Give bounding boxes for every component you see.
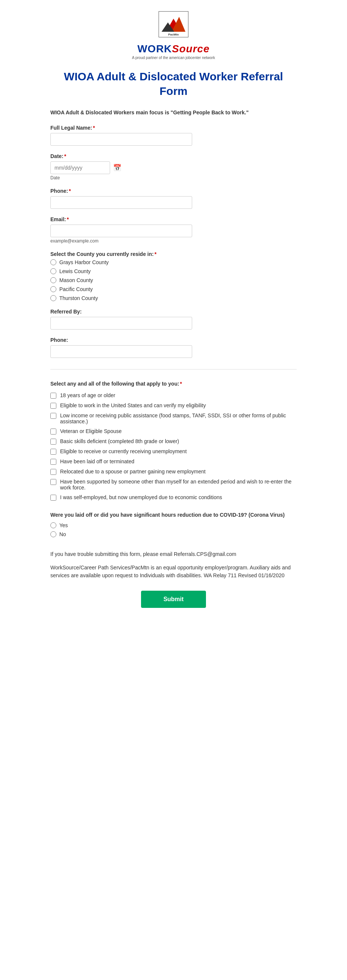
svg-text:PacMtn: PacMtn	[168, 33, 179, 36]
county-section: Select the County you currently reside i…	[51, 251, 296, 301]
required-star-date: *	[64, 153, 66, 159]
checkbox-label-0: 18 years of age or older	[60, 392, 115, 398]
covid-radio-1[interactable]	[51, 531, 56, 537]
checkbox-label-1: Eligible to work in the United States an…	[60, 402, 206, 408]
checkbox-label-4: Basic skills deficient (completed 8th gr…	[60, 438, 179, 444]
checkboxes-section: Select any and all of the following that…	[51, 381, 296, 501]
covid-radio-0[interactable]	[51, 522, 56, 528]
checkboxes-title: Select any and all of the following that…	[51, 381, 296, 387]
checkbox-6[interactable]	[51, 459, 56, 465]
county-option-label-3: Pacific County	[59, 286, 92, 292]
worksource-logo: WORKSource A proud partner of the americ…	[132, 43, 215, 60]
covid-option-1[interactable]: No	[51, 531, 296, 537]
checkbox-1[interactable]	[51, 403, 56, 409]
date-label: Date:*	[51, 153, 296, 159]
checkbox-label-8: Have been supported by someone other tha…	[60, 479, 296, 490]
pacmtn-logo: PacMtn	[158, 11, 189, 37]
phone-section: Phone:*	[51, 188, 296, 209]
checkbox-option-1[interactable]: Eligible to work in the United States an…	[51, 402, 296, 409]
checkbox-label-7: Relocated due to a spouse or partner gai…	[60, 469, 206, 474]
date-input[interactable]	[51, 161, 110, 174]
footer-trouble-note: If you have trouble submitting this form…	[51, 550, 296, 558]
date-hint: Date	[51, 175, 296, 180]
checkbox-label-6: Have been laid off or terminated	[60, 458, 134, 465]
referred-phone-section: Phone:	[51, 337, 296, 358]
full-name-section: Full Legal Name:*	[51, 125, 296, 146]
phone-input[interactable]	[51, 196, 192, 209]
email-input[interactable]	[51, 224, 192, 237]
source-text: Source	[172, 43, 210, 54]
county-radio-3[interactable]	[51, 286, 56, 292]
date-wrapper: 📅	[51, 161, 296, 174]
referred-by-input[interactable]	[51, 317, 192, 329]
covid-option-label-1: No	[59, 531, 66, 537]
work-text: WORK	[137, 43, 172, 54]
county-option-label-1: Lewis County	[59, 268, 91, 274]
checkbox-label-3: Veteran or Eligible Spouse	[60, 428, 122, 434]
county-radio-1[interactable]	[51, 268, 56, 274]
county-option-1[interactable]: Lewis County	[51, 268, 296, 274]
county-radio-4[interactable]	[51, 295, 56, 301]
footer-legal-text: WorkSource/Career Path Services/PacMtn i…	[51, 564, 296, 579]
required-star: *	[93, 125, 95, 131]
required-star-email: *	[67, 216, 69, 222]
checkbox-7[interactable]	[51, 469, 56, 475]
required-star-checkboxes: *	[180, 381, 182, 387]
form-intro: WIOA Adult & Dislocated Workers main foc…	[51, 110, 296, 115]
full-name-input[interactable]	[51, 133, 192, 146]
covid-option-0[interactable]: Yes	[51, 522, 296, 528]
checkbox-option-5[interactable]: Eligible to receive or currently receivi…	[51, 448, 296, 455]
county-radio-0[interactable]	[51, 259, 56, 265]
county-option-4[interactable]: Thurston County	[51, 295, 296, 301]
phone-label: Phone:*	[51, 188, 296, 194]
covid-option-label-0: Yes	[59, 522, 68, 528]
covid-section: Were you laid off or did you have signif…	[51, 512, 296, 537]
checkbox-3[interactable]	[51, 428, 56, 434]
county-radio-group: Grays Harbor CountyLewis CountyMason Cou…	[51, 259, 296, 301]
checkbox-option-7[interactable]: Relocated due to a spouse or partner gai…	[51, 469, 296, 475]
email-hint: example@example.com	[51, 239, 296, 243]
checkbox-0[interactable]	[51, 393, 56, 399]
checkbox-option-8[interactable]: Have been supported by someone other tha…	[51, 479, 296, 490]
referred-by-section: Referred By:	[51, 309, 296, 329]
calendar-icon[interactable]: 📅	[113, 164, 121, 172]
checkbox-option-0[interactable]: 18 years of age or older	[51, 392, 296, 399]
checkbox-9[interactable]	[51, 495, 56, 501]
page-title: WIOA Adult & Dislocated Worker Referral …	[51, 69, 296, 98]
footer-section: If you have trouble submitting this form…	[51, 550, 296, 579]
checkbox-option-9[interactable]: I was self-employed, but now unemployed …	[51, 494, 296, 501]
county-radio-2[interactable]	[51, 277, 56, 283]
county-option-3[interactable]: Pacific County	[51, 286, 296, 292]
referred-by-label: Referred By:	[51, 309, 296, 315]
checkbox-5[interactable]	[51, 449, 56, 455]
checkbox-label-5: Eligible to receive or currently receivi…	[60, 448, 187, 454]
required-star-county: *	[154, 251, 156, 257]
checkbox-4[interactable]	[51, 439, 56, 445]
covid-radio-group: YesNo	[51, 522, 296, 537]
county-option-0[interactable]: Grays Harbor County	[51, 259, 296, 265]
submit-button[interactable]: Submit	[141, 591, 206, 608]
referred-phone-label: Phone:	[51, 337, 296, 343]
required-star-phone: *	[69, 188, 71, 194]
email-section: Email:* example@example.com	[51, 216, 296, 243]
checkbox-option-3[interactable]: Veteran or Eligible Spouse	[51, 428, 296, 434]
divider	[51, 369, 296, 369]
logo-section: PacMtn WORKSource A proud partner of the…	[51, 11, 296, 62]
checkbox-option-6[interactable]: Have been laid off or terminated	[51, 458, 296, 465]
worksource-text: WORKSource	[137, 43, 210, 55]
full-name-label: Full Legal Name:*	[51, 125, 296, 131]
checkbox-list: 18 years of age or olderEligible to work…	[51, 392, 296, 501]
checkbox-label-2: Low income or receiving public assistanc…	[60, 412, 296, 425]
checkbox-8[interactable]	[51, 479, 56, 485]
referred-phone-input[interactable]	[51, 345, 192, 358]
covid-title: Were you laid off or did you have signif…	[51, 512, 296, 518]
county-option-label-2: Mason County	[59, 277, 93, 283]
county-option-label-0: Grays Harbor County	[59, 259, 109, 265]
checkbox-2[interactable]	[51, 413, 56, 419]
checkbox-option-2[interactable]: Low income or receiving public assistanc…	[51, 412, 296, 425]
checkbox-label-9: I was self-employed, but now unemployed …	[60, 494, 222, 500]
checkbox-option-4[interactable]: Basic skills deficient (completed 8th gr…	[51, 438, 296, 445]
worksource-sub: A proud partner of the american jobcente…	[132, 56, 215, 60]
county-option-2[interactable]: Mason County	[51, 277, 296, 283]
county-option-label-4: Thurston County	[59, 295, 98, 301]
